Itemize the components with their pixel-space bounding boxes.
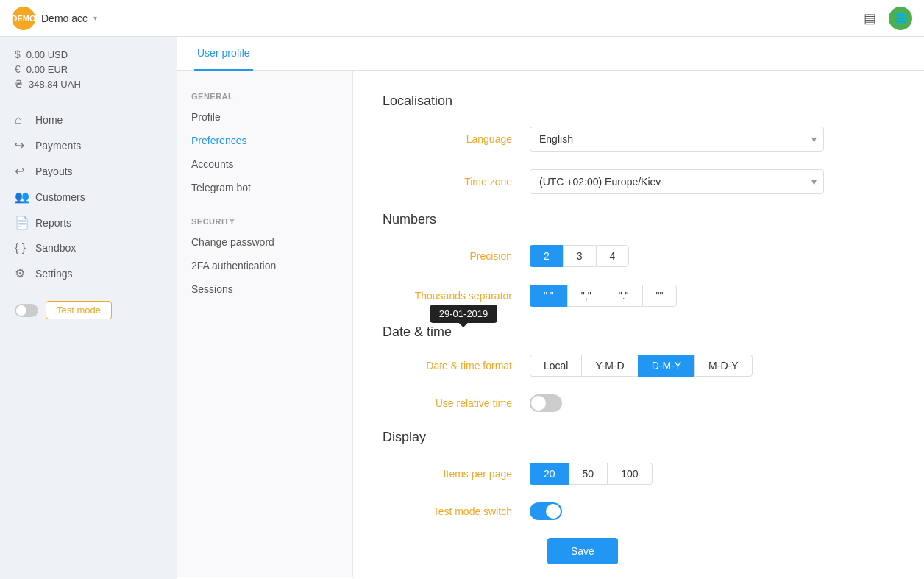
relative-time-row: Use relative time [383,394,895,412]
separator-row: Thousands separator " " "," "." "" [383,285,895,307]
relative-time-control [530,394,824,412]
timezone-select[interactable]: (UTC +02:00) Europe/Kiev [530,169,824,194]
nav-profile[interactable]: Profile [177,105,352,129]
separator-dot-button[interactable]: "." [605,285,642,307]
chevron-down-icon[interactable]: ▾ [93,14,97,22]
topbar-right: ▤ 🌐 [859,7,912,30]
precision-2-button[interactable]: 2 [530,245,563,267]
nav-preferences[interactable]: Preferences [177,129,352,152]
dollar-icon: $ [15,49,21,60]
customers-icon: 👥 [15,190,28,204]
language-label: Language [383,133,530,145]
sidebar-item-customers[interactable]: 👥 Customers [0,184,177,210]
datetime-format-btn-group: Local Y-M-D D-M-Y M-D-Y [530,355,824,377]
save-button[interactable]: Save [547,538,618,564]
datetime-title: Date & time [383,324,452,340]
separator-comma-button[interactable]: "," [567,285,605,307]
test-mode-section: Test mode [0,289,177,331]
sidebar-item-sandbox[interactable]: { } Sandbox [0,235,177,260]
items-20-button[interactable]: 20 [530,463,569,485]
timezone-select-wrapper: (UTC +02:00) Europe/Kiev ▾ [530,169,824,194]
topbar-left: DEMO Demo acc ▾ [12,7,97,30]
localisation-section: Localisation Language English ▾ Time zon… [383,93,895,194]
precision-btn-group: 2 3 4 [530,245,824,267]
precision-control: 2 3 4 [530,245,824,267]
language-select-wrapper: English ▾ [530,127,824,152]
nav-sessions[interactable]: Sessions [177,277,352,301]
save-section: Save [383,538,895,564]
test-mode-toggle[interactable] [15,304,38,317]
format-ymd-button[interactable]: Y-M-D [581,355,637,377]
separator-space-button[interactable]: " " [530,285,567,307]
main-layout: $ 0.00 USD € 0.00 EUR ₴ 348.84 UAH ⌂ Hom… [0,37,924,579]
language-select[interactable]: English [530,127,824,152]
user-avatar-icon[interactable]: 🌐 [889,7,912,30]
account-name[interactable]: Demo acc [41,13,88,24]
sidebar-item-reports[interactable]: 📄 Reports [0,210,177,235]
precision-4-button[interactable]: 4 [596,245,630,267]
precision-label: Precision [383,250,530,262]
nav-telegram-bot[interactable]: Telegram bot [177,176,352,199]
hryvnia-icon: ₴ [15,78,23,90]
tab-header: User profile [177,37,924,71]
timezone-label: Time zone [383,176,530,188]
testmode-switch-row: Test mode switch [383,502,895,520]
format-dmy-button[interactable]: D-M-Y [638,355,694,377]
separator-label: Thousands separator [383,290,530,302]
relative-time-toggle[interactable] [530,394,562,412]
datetime-format-control: Local Y-M-D D-M-Y M-D-Y [530,355,824,377]
items-50-button[interactable]: 50 [569,463,608,485]
nav-accounts[interactable]: Accounts [177,152,352,176]
sidebar-nav: ⌂ Home ↪ Payments ↩ Payouts 👥 Customers … [0,104,177,289]
separator-none-button[interactable]: "" [642,285,678,307]
relative-time-label: Use relative time [383,397,530,409]
items-per-page-control: 20 50 100 [530,463,824,485]
precision-row: Precision 2 3 4 [383,245,895,267]
testmode-switch-toggle[interactable] [530,502,562,520]
content-area: User profile GENERAL Profile Preferences… [177,37,924,579]
balance-uah: ₴ 348.84 UAH [15,78,162,90]
settings-icon: ⚙ [15,266,28,280]
balance-eur: € 0.00 EUR [15,63,162,75]
datetime-section: Date & time 29-01-2019 Date & time forma… [383,324,895,412]
notifications-icon[interactable]: ▤ [859,8,880,29]
reports-icon: 📄 [15,216,28,230]
format-mdy-button[interactable]: M-D-Y [694,355,752,377]
right-content: Localisation Language English ▾ Time zon… [353,71,924,577]
tab-user-profile[interactable]: User profile [194,37,253,71]
items-100-button[interactable]: 100 [607,463,652,485]
payments-icon: ↪ [15,138,28,152]
display-title: Display [383,430,895,445]
general-section-label: GENERAL [177,86,352,105]
timezone-row: Time zone (UTC +02:00) Europe/Kiev ▾ [383,169,895,194]
sidebar-item-payments[interactable]: ↪ Payments [0,132,177,158]
display-section: Display Items per page 20 50 100 Test [383,430,895,520]
security-section-label: SECURITY [177,211,352,230]
numbers-title: Numbers [383,212,895,227]
test-mode-button[interactable]: Test mode [46,301,112,319]
separator-control: " " "," "." "" [530,285,824,307]
nav-2fa[interactable]: 2FA authentication [177,254,352,277]
testmode-switch-control [530,502,824,520]
euro-icon: € [15,63,21,75]
sandbox-icon: { } [15,241,28,255]
sidebar-item-payouts[interactable]: ↩ Payouts [0,158,177,184]
separator-btn-group: " " "," "." "" [530,285,824,307]
language-row: Language English ▾ [383,127,895,152]
logo: DEMO [12,7,35,30]
datetime-format-label: Date & time format [383,360,530,372]
localisation-title: Localisation [383,93,895,109]
nav-change-password[interactable]: Change password [177,230,352,254]
panel-layout: GENERAL Profile Preferences Accounts Tel… [177,71,924,577]
topbar: DEMO Demo acc ▾ ▤ 🌐 [0,0,924,37]
sidebar: $ 0.00 USD € 0.00 EUR ₴ 348.84 UAH ⌂ Hom… [0,37,177,579]
sidebar-item-home[interactable]: ⌂ Home [0,107,177,132]
payouts-icon: ↩ [15,164,28,178]
testmode-switch-label: Test mode switch [383,505,530,517]
format-local-button[interactable]: Local [530,355,581,377]
items-per-page-btn-group: 20 50 100 [530,463,824,485]
home-icon: ⌂ [15,113,28,127]
sidebar-item-settings[interactable]: ⚙ Settings [0,260,177,286]
items-per-page-row: Items per page 20 50 100 [383,463,895,485]
precision-3-button[interactable]: 3 [563,245,596,267]
